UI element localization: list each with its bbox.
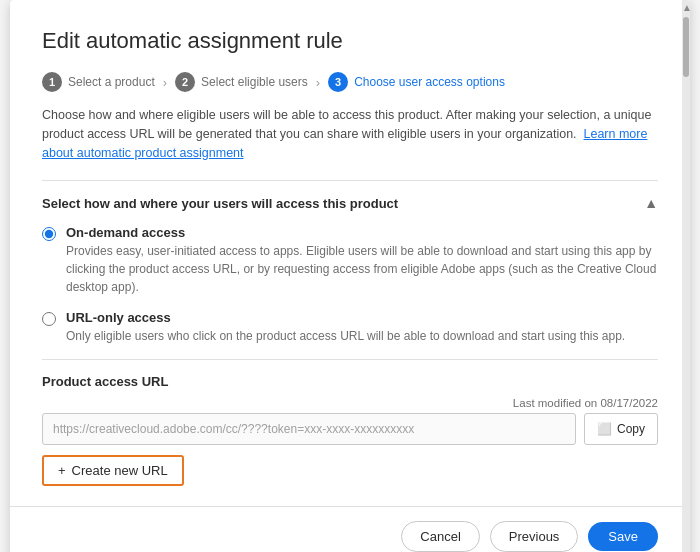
url-input-row: ⬜ Copy	[42, 413, 658, 445]
step-3-label: Choose user access options	[354, 75, 505, 89]
radio-option-on-demand: On-demand access Provides easy, user-ini…	[42, 225, 658, 296]
step-2-circle: 2	[175, 72, 195, 92]
scrollbar: ▲ ▼	[682, 0, 690, 552]
step-1-label: Select a product	[68, 75, 155, 89]
modal-body: Edit automatic assignment rule 1 Select …	[10, 0, 690, 506]
previous-button[interactable]: Previous	[490, 521, 579, 552]
section-title: Select how and where your users will acc…	[42, 196, 398, 211]
radio-on-demand[interactable]	[42, 227, 56, 241]
product-url-section: Product access URL Last modified on 08/1…	[42, 374, 658, 486]
radio-url-only-label: URL-only access	[66, 310, 625, 325]
edit-rule-modal: Edit automatic assignment rule 1 Select …	[10, 0, 690, 552]
copy-icon: ⬜	[597, 422, 612, 436]
scroll-up-arrow[interactable]: ▲	[682, 0, 690, 15]
step-3-circle: 3	[328, 72, 348, 92]
plus-icon: +	[58, 463, 66, 478]
step-2-label: Select eligible users	[201, 75, 308, 89]
stepper: 1 Select a product › 2 Select eligible u…	[42, 72, 658, 92]
radio-url-only[interactable]	[42, 312, 56, 326]
collapse-icon[interactable]: ▲	[644, 195, 658, 211]
radio-url-only-content: URL-only access Only eligible users who …	[66, 310, 625, 345]
radio-on-demand-label: On-demand access	[66, 225, 658, 240]
radio-url-only-desc: Only eligible users who click on the pro…	[66, 327, 625, 345]
step-3: 3 Choose user access options	[328, 72, 505, 92]
save-button[interactable]: Save	[588, 522, 658, 551]
radio-on-demand-desc: Provides easy, user-initiated access to …	[66, 242, 658, 296]
url-last-modified: Last modified on 08/17/2022	[42, 397, 658, 409]
step-1: 1 Select a product	[42, 72, 155, 92]
radio-on-demand-content: On-demand access Provides easy, user-ini…	[66, 225, 658, 296]
section-divider-top	[42, 180, 658, 181]
step-2: 2 Select eligible users	[175, 72, 308, 92]
section-divider-bottom	[42, 359, 658, 360]
cancel-button[interactable]: Cancel	[401, 521, 479, 552]
step-arrow-2: ›	[316, 75, 320, 90]
section-header: Select how and where your users will acc…	[42, 195, 658, 211]
step-1-circle: 1	[42, 72, 62, 92]
radio-option-url-only: URL-only access Only eligible users who …	[42, 310, 658, 345]
url-input[interactable]	[42, 413, 576, 445]
modal-footer: Cancel Previous Save	[10, 506, 690, 552]
scroll-thumb[interactable]	[683, 17, 689, 77]
copy-button[interactable]: ⬜ Copy	[584, 413, 658, 445]
create-new-url-label: Create new URL	[72, 463, 168, 478]
step-arrow-1: ›	[163, 75, 167, 90]
copy-label: Copy	[617, 422, 645, 436]
page-title: Edit automatic assignment rule	[42, 28, 658, 54]
create-new-url-button[interactable]: + Create new URL	[42, 455, 184, 486]
description-text: Choose how and where eligible users will…	[42, 106, 658, 162]
product-url-title: Product access URL	[42, 374, 658, 389]
